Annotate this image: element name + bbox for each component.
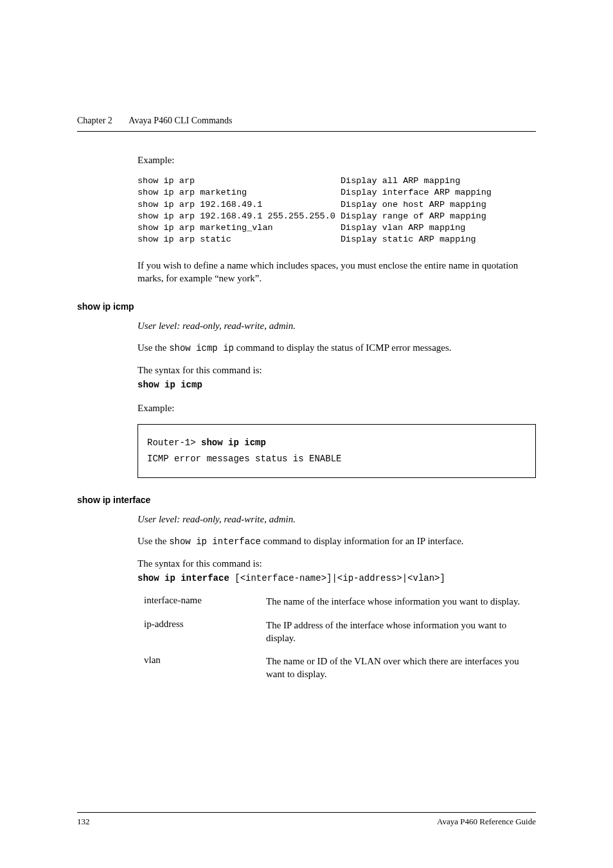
icmp-example-box: Router-1> show ip icmp ICMP error messag… <box>138 424 536 478</box>
code-line: show ip arp marketing Display interface … <box>138 188 492 197</box>
syntax-command-bold: show ip interface <box>138 573 229 583</box>
user-level: User level: read-only, read-write, admin… <box>138 319 536 332</box>
syntax-line: show ip interface [<interface-name>]|<ip… <box>138 572 536 583</box>
chapter-title: Avaya P460 CLI Commands <box>129 116 232 125</box>
param-name: ip-address <box>144 619 266 645</box>
desc-cmd: show icmp ip <box>169 343 234 353</box>
icmp-desc: Use the show icmp ip command to display … <box>138 341 536 355</box>
param-name: interface-name <box>144 595 266 608</box>
code-line: show ip arp 192.168.49.1 255.255.255.0 D… <box>138 211 486 221</box>
code-line: show ip arp marketing_vlan Display vlan … <box>138 223 465 233</box>
example-label: Example: <box>138 154 536 166</box>
syntax-command: show ip icmp <box>138 380 202 390</box>
param-desc: The IP address of the interface whose in… <box>266 619 536 645</box>
interface-desc: Use the show ip interface command to dis… <box>138 535 536 548</box>
param-name: vlan <box>144 655 266 681</box>
code-line: show ip arp Display all ARP mapping <box>138 176 460 186</box>
example-label: Example: <box>138 402 536 414</box>
syntax-label: The syntax for this command is: <box>138 557 536 570</box>
doc-title: Avaya P460 Reference Guide <box>437 817 536 827</box>
page-footer: 132 Avaya P460 Reference Guide <box>77 812 536 827</box>
syntax-label: The syntax for this command is: <box>138 364 536 376</box>
prompt: Router-1> <box>147 438 201 448</box>
param-desc: The name or ID of the VLAN over which th… <box>266 655 536 681</box>
param-desc: The name of the interface whose informat… <box>266 595 520 608</box>
syntax-command-args: [<interface-name>]|<ip-address>|<vlan>] <box>229 573 445 583</box>
param-row: vlan The name or ID of the VLAN over whi… <box>144 655 536 681</box>
page-number: 132 <box>77 817 90 827</box>
boxed-cmd: show ip icmp <box>201 438 266 448</box>
boxed-output: ICMP error messages status is ENABLE <box>147 451 526 467</box>
desc-cmd: show ip interface <box>169 536 261 547</box>
desc-prefix: Use the <box>138 342 169 353</box>
desc-suffix: command to display the status of ICMP er… <box>234 342 452 353</box>
code-line: show ip arp 192.168.49.1 Display one hos… <box>138 200 486 209</box>
code-line: show ip arp static Display static ARP ma… <box>138 235 476 244</box>
arp-example-block: show ip arp Display all ARP mapping show… <box>138 175 536 245</box>
desc-suffix: command to display information for an IP… <box>261 536 464 546</box>
desc-prefix: Use the <box>138 536 169 546</box>
param-table: interface-name The name of the interface… <box>144 595 536 680</box>
param-row: ip-address The IP address of the interfa… <box>144 619 536 645</box>
user-level: User level: read-only, read-write, admin… <box>138 513 536 526</box>
page-header: Chapter 2 Avaya P460 CLI Commands <box>77 116 536 132</box>
section-heading-icmp: show ip icmp <box>77 301 536 312</box>
section-heading-interface: show ip interface <box>77 495 536 505</box>
param-row: interface-name The name of the interface… <box>144 595 536 608</box>
chapter-label: Chapter 2 <box>77 116 112 125</box>
arp-note: If you wish to define a name which inclu… <box>138 259 536 285</box>
